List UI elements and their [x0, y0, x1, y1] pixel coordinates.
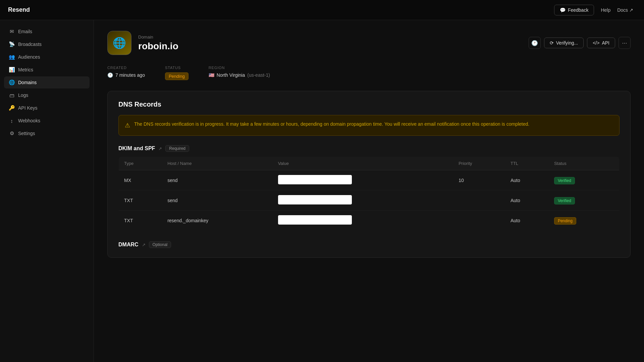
row1-value: [273, 170, 453, 190]
dmarc-header: DMARC ↗ Optional: [118, 241, 620, 248]
domains-icon: 🌐: [9, 79, 15, 85]
row3-priority: [453, 210, 505, 231]
domain-title-area: Domain roboin.io: [138, 35, 178, 52]
main-content: 🌐 Domain roboin.io 🕐 ⟳ Verifying... </> …: [94, 20, 644, 362]
emails-icon: ✉: [9, 28, 15, 35]
meta-created: CREATED 🕐 7 minutes ago: [107, 66, 145, 80]
row3-type: TXT: [119, 210, 162, 231]
sidebar-item-broadcasts[interactable]: 📡 Broadcasts: [4, 38, 90, 50]
api-button[interactable]: </> API: [587, 38, 615, 48]
sidebar-item-webhooks[interactable]: ↕ Webhooks: [4, 115, 90, 127]
row2-ttl: Auto: [505, 190, 549, 210]
row3-host: resend._domainkey: [162, 210, 272, 231]
help-link[interactable]: Help: [601, 7, 610, 13]
row3-value: [273, 210, 453, 231]
dmarc-optional-badge: Optional: [149, 241, 171, 248]
dkim-required-badge: Required: [165, 145, 189, 152]
sidebar: ✉ Emails 📡 Broadcasts 👥 Audiences 📊 Metr…: [0, 20, 94, 362]
settings-icon: ⚙: [9, 130, 15, 136]
row2-value: [273, 190, 453, 210]
row1-type: MX: [119, 170, 162, 190]
col-value: Value: [273, 157, 453, 170]
audiences-icon: 👥: [9, 54, 15, 60]
api-code-icon: </>: [593, 40, 599, 46]
dns-warning-banner: ⚠ The DNS records verification is in pro…: [118, 115, 620, 136]
domain-header-left: 🌐 Domain roboin.io: [107, 31, 178, 55]
app-logo: Resend: [8, 6, 30, 13]
layout: ✉ Emails 📡 Broadcasts 👥 Audiences 📊 Metr…: [0, 20, 644, 362]
dkim-spf-title: DKIM and SPF: [118, 145, 155, 152]
warning-icon: ⚠: [125, 121, 130, 130]
row2-status: Verified: [549, 190, 620, 210]
table-row: TXT send Auto Verified: [119, 190, 620, 210]
status-badge: Pending: [165, 72, 189, 80]
col-type: Type: [119, 157, 162, 170]
domain-name: roboin.io: [138, 41, 178, 52]
row3-status: Pending: [549, 210, 620, 231]
dkim-external-link-icon[interactable]: ↗: [158, 146, 162, 151]
table-header-row: Type Host / Name Value Priority TTL Stat…: [119, 157, 620, 170]
row2-host: send: [162, 190, 272, 210]
domain-label: Domain: [138, 35, 178, 40]
col-priority: Priority: [453, 157, 505, 170]
row2-type: TXT: [119, 190, 162, 210]
feedback-icon: 💬: [560, 7, 566, 13]
meta-status: STATUS Pending: [165, 66, 189, 80]
domain-meta: CREATED 🕐 7 minutes ago STATUS Pending R…: [107, 66, 631, 80]
row2-status-badge: Verified: [554, 197, 575, 204]
dns-records-section: DNS Records ⚠ The DNS records verificati…: [107, 91, 631, 258]
verifying-button[interactable]: ⟳ Verifying...: [544, 38, 584, 48]
row3-ttl: Auto: [505, 210, 549, 231]
region-name: North Virginia: [217, 72, 245, 78]
logs-icon: 🗃: [9, 92, 15, 98]
row1-host: send: [162, 170, 272, 190]
col-host: Host / Name: [162, 157, 272, 170]
broadcasts-icon: 📡: [9, 41, 15, 47]
row3-value-field: [278, 215, 352, 225]
row1-status-badge: Verified: [554, 177, 575, 184]
docs-link[interactable]: Docs ↗: [617, 7, 633, 13]
dns-warning-text: The DNS records verification is in progr…: [134, 121, 529, 128]
sidebar-item-logs[interactable]: 🗃 Logs: [4, 89, 90, 101]
row1-priority: 10: [453, 170, 505, 190]
more-button[interactable]: ···: [619, 37, 631, 49]
api-keys-icon: 🔑: [9, 105, 15, 111]
region-code: (us-east-1): [247, 72, 270, 78]
dmarc-external-link-icon[interactable]: ↗: [142, 242, 146, 247]
sidebar-item-metrics[interactable]: 📊 Metrics: [4, 64, 90, 76]
row3-status-badge: Pending: [554, 217, 576, 225]
row2-value-field: [278, 195, 352, 204]
domain-actions: 🕐 ⟳ Verifying... </> API ···: [529, 37, 631, 49]
meta-region: REGION 🇺🇸 North Virginia (us-east-1): [209, 66, 270, 80]
dkim-spf-header: DKIM and SPF ↗ Required: [118, 145, 620, 152]
webhooks-icon: ↕: [9, 118, 15, 124]
row1-status: Verified: [549, 170, 620, 190]
sidebar-item-domains[interactable]: 🌐 Domains: [4, 76, 90, 88]
col-status: Status: [549, 157, 620, 170]
history-button[interactable]: 🕐: [529, 37, 541, 49]
dkim-spf-table: Type Host / Name Value Priority TTL Stat…: [118, 157, 620, 231]
table-row: MX send 10 Auto Verified: [119, 170, 620, 190]
feedback-button[interactable]: 💬 Feedback: [554, 5, 594, 15]
verifying-icon: ⟳: [550, 40, 554, 46]
sidebar-item-audiences[interactable]: 👥 Audiences: [4, 51, 90, 63]
table-row: TXT resend._domainkey Auto Pending: [119, 210, 620, 231]
domain-header: 🌐 Domain roboin.io 🕐 ⟳ Verifying... </> …: [107, 31, 631, 55]
row1-value-field: [278, 175, 352, 184]
col-ttl: TTL: [505, 157, 549, 170]
sidebar-item-api-keys[interactable]: 🔑 API Keys: [4, 102, 90, 114]
domain-icon: 🌐: [107, 31, 131, 55]
row1-ttl: Auto: [505, 170, 549, 190]
topbar-right: 💬 Feedback Help Docs ↗: [554, 5, 633, 15]
row2-priority: [453, 190, 505, 210]
sidebar-item-emails[interactable]: ✉ Emails: [4, 25, 90, 38]
clock-icon: 🕐: [107, 72, 113, 78]
region-flag: 🇺🇸: [209, 72, 214, 78]
sidebar-item-settings[interactable]: ⚙ Settings: [4, 127, 90, 139]
topbar: Resend 💬 Feedback Help Docs ↗: [0, 0, 644, 20]
metrics-icon: 📊: [9, 67, 15, 73]
dmarc-title: DMARC: [118, 242, 139, 248]
dns-title: DNS Records: [118, 101, 620, 108]
